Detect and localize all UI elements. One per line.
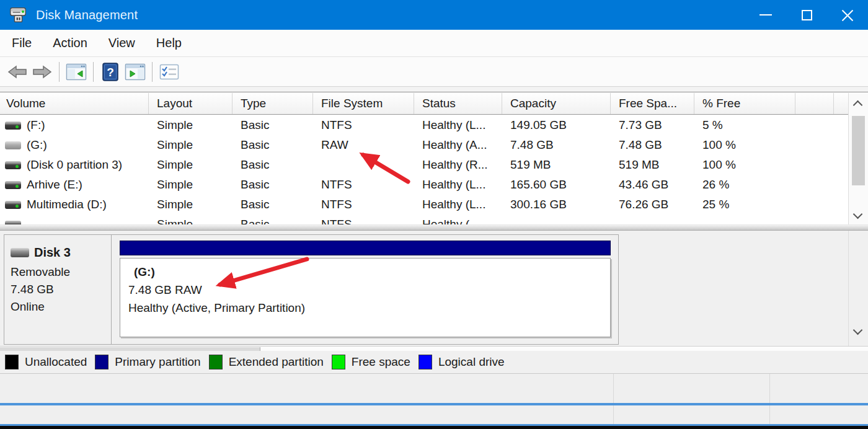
legend-item-extended-partition: Extended partition (209, 355, 324, 369)
column-header-volume[interactable]: Volume (0, 93, 149, 114)
status-strip-lower (0, 405, 868, 424)
layout-cell: Simple (149, 155, 232, 175)
legend-item-logical-drive: Logical drive (418, 355, 505, 369)
table-row[interactable]: Multimedia (D:) Simple Basic NTFS Health… (0, 195, 848, 214)
disk-management-window: Disk Management File Action View Help (0, 0, 868, 429)
capacity-cell (502, 214, 611, 225)
status-divider (769, 405, 770, 424)
close-icon (841, 9, 854, 21)
toolbar-separator (93, 62, 94, 82)
table-row[interactable]: Arhive (E:) Simple Basic NTFS Healthy (L… (0, 175, 848, 195)
file-system-cell: NTFS (313, 115, 414, 135)
free-space-swatch (332, 355, 345, 369)
free-space-cell (611, 214, 694, 225)
type-cell: Basic (232, 155, 313, 175)
layout-cell: Simple (149, 135, 232, 155)
disk-info-panel: Disk 3 Removable 7.48 GB Online (4, 235, 112, 344)
disk-3-row[interactable]: Disk 3 Removable 7.48 GB Online (G:) 7.4… (4, 234, 619, 345)
volume-cell (0, 214, 149, 225)
layout-cell: Simple (149, 175, 232, 195)
disk-graphic-pane: Disk 3 Removable 7.48 GB Online (G:) 7.4… (0, 231, 868, 346)
menu-view[interactable]: View (99, 32, 144, 55)
column-header-layout[interactable]: Layout (149, 93, 232, 114)
file-system-cell: NTFS (313, 195, 414, 214)
column-header-file-system[interactable]: File System (313, 93, 414, 114)
partition-health: Healthy (Active, Primary Partition) (128, 299, 610, 317)
file-system-cell (313, 155, 414, 175)
status-divider (613, 405, 614, 424)
show-console-tree-button[interactable] (64, 60, 89, 84)
column-header-type[interactable]: Type (232, 93, 313, 114)
primary-partition-swatch (95, 355, 108, 369)
pct-free-cell: 26 % (694, 175, 795, 195)
menu-file[interactable]: File (2, 32, 41, 55)
type-cell: Basic (232, 214, 313, 225)
scroll-up-icon[interactable] (853, 100, 863, 110)
menu-bar: File Action View Help (0, 30, 868, 57)
status-cell: Healthy (R... (414, 155, 502, 175)
properties-button[interactable] (157, 60, 182, 84)
volume-list-scrollbar[interactable] (848, 93, 868, 225)
free-space-cell: 43.46 GB (611, 175, 694, 195)
status-cell: Healthy (L... (414, 115, 502, 135)
maximize-button[interactable] (786, 0, 827, 30)
capacity-cell: 165.60 GB (502, 175, 611, 195)
disk-pane-scrollbar[interactable] (848, 231, 868, 346)
pane-splitter[interactable] (0, 224, 868, 231)
capacity-cell: 149.05 GB (502, 115, 611, 135)
column-header-status[interactable]: Status (414, 93, 502, 114)
menu-action[interactable]: Action (43, 32, 97, 55)
toolbar: ? (0, 57, 868, 87)
partition-color-strip (120, 241, 611, 255)
volume-cell: (F:) (0, 115, 149, 135)
column-header-free-space[interactable]: Free Spa... (611, 93, 694, 114)
show-console-tree-icon (66, 63, 87, 81)
volume-drive-icon (5, 201, 21, 209)
type-cell: Basic (232, 115, 313, 135)
show-action-pane-button[interactable] (123, 60, 148, 84)
column-header-empty[interactable] (795, 93, 834, 114)
table-row-partial[interactable]: Simple Basic NTFS Healthy (... (0, 214, 848, 225)
legend-item-primary-partition: Primary partition (95, 355, 200, 369)
back-button[interactable] (5, 60, 30, 84)
file-system-cell: RAW (313, 135, 414, 155)
disk-icon (11, 248, 29, 257)
partition-box[interactable]: (G:) 7.48 GB RAW Healthy (Active, Primar… (120, 258, 611, 337)
unallocated-swatch (5, 355, 19, 369)
help-button[interactable]: ? (98, 60, 123, 84)
volume-cell: Arhive (E:) (0, 175, 149, 195)
free-space-cell: 7.48 GB (611, 135, 694, 155)
forward-button[interactable] (30, 60, 55, 84)
window-controls (745, 0, 868, 30)
column-header-pct-free[interactable]: % Free (694, 93, 795, 114)
partition-area: (G:) 7.48 GB RAW Healthy (Active, Primar… (112, 235, 618, 344)
forward-arrow-icon (32, 64, 53, 79)
volume-rows: (F:) Simple Basic NTFS Healthy (L... 149… (0, 115, 848, 225)
logical-drive-swatch (418, 355, 432, 369)
back-arrow-icon (7, 64, 28, 79)
volume-list-pane: Volume Layout Type File System Status Ca… (0, 92, 868, 224)
disk-size: 7.48 GB (11, 281, 105, 298)
volume-cell: (Disk 0 partition 3) (0, 155, 149, 175)
scroll-down-icon[interactable] (853, 325, 863, 335)
pct-free-cell: 5 % (694, 115, 795, 135)
minimize-button[interactable] (745, 0, 786, 30)
free-space-cell: 519 MB (611, 155, 694, 175)
volume-drive-icon (5, 122, 21, 130)
scroll-down-icon[interactable] (853, 210, 863, 219)
horizontal-scrollbar[interactable] (0, 346, 868, 351)
close-button[interactable] (827, 0, 868, 30)
pct-free-cell: 25 % (694, 195, 795, 214)
table-row[interactable]: (G:) Simple Basic RAW Healthy (A... 7.48… (0, 135, 848, 155)
menu-help[interactable]: Help (147, 32, 191, 55)
status-cell: Healthy (... (414, 214, 502, 225)
window-title: Disk Management (36, 8, 138, 22)
type-cell: Basic (232, 135, 313, 155)
column-header-capacity[interactable]: Capacity (502, 93, 611, 114)
table-row[interactable]: (F:) Simple Basic NTFS Healthy (L... 149… (0, 115, 848, 135)
layout-cell: Simple (149, 214, 232, 225)
table-row[interactable]: (Disk 0 partition 3) Simple Basic Health… (0, 155, 848, 175)
scrollbar-thumb[interactable] (852, 116, 865, 185)
toolbar-separator (152, 62, 153, 82)
volume-drive-icon (5, 181, 21, 189)
